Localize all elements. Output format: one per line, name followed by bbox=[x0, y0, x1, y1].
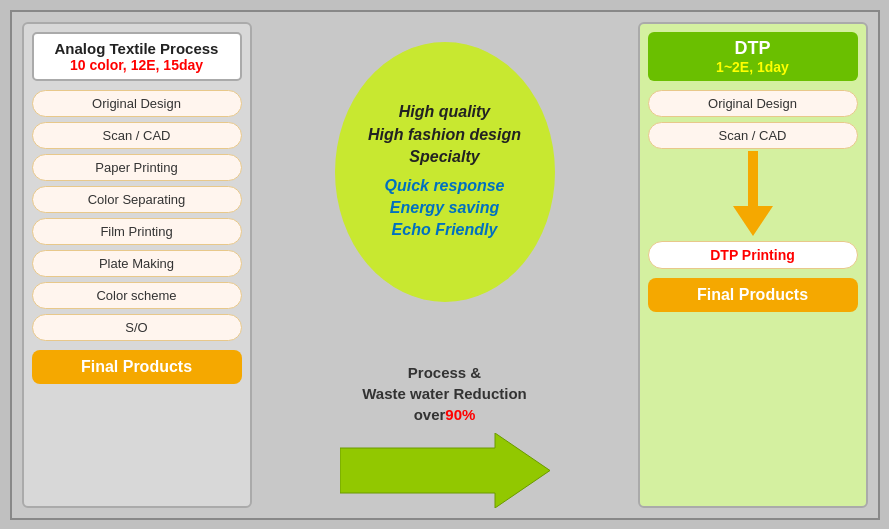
benefit-text-blue: Quick response Energy saving Echo Friend… bbox=[384, 175, 504, 242]
left-final-products: Final Products bbox=[32, 350, 242, 384]
benefits-ellipse: High quality High fashion design Special… bbox=[335, 42, 555, 302]
right-title-sub: 1~2E, 1day bbox=[658, 59, 848, 75]
right-title-box: DTP 1~2E, 1day bbox=[648, 32, 858, 81]
left-title-box: Analog Textile Process 10 color, 12E, 15… bbox=[32, 32, 242, 81]
svg-marker-2 bbox=[733, 206, 773, 236]
bottom-section: Process & Waste water Reduction over90% bbox=[264, 362, 626, 508]
step-color-separating: Color Separating bbox=[32, 186, 242, 213]
right-panel: DTP 1~2E, 1day Original Design Scan / CA… bbox=[638, 22, 868, 508]
step-original-design: Original Design bbox=[32, 90, 242, 117]
right-original-design: Original Design bbox=[648, 90, 858, 117]
step-color-scheme: Color scheme bbox=[32, 282, 242, 309]
step-paper-printing: Paper Printing bbox=[32, 154, 242, 181]
right-title-main: DTP bbox=[658, 38, 848, 59]
process-text: Process & Waste water Reduction over90% bbox=[362, 362, 526, 425]
main-container: Analog Textile Process 10 color, 12E, 15… bbox=[10, 10, 880, 520]
right-scan-cad: Scan / CAD bbox=[648, 122, 858, 149]
middle-panel: High quality High fashion design Special… bbox=[260, 22, 630, 508]
left-title-sub: 10 color, 12E, 15day bbox=[44, 57, 230, 73]
orange-arrow-down bbox=[648, 154, 858, 234]
step-so: S/O bbox=[32, 314, 242, 341]
svg-rect-1 bbox=[748, 151, 758, 206]
ellipse-container: High quality High fashion design Special… bbox=[335, 42, 555, 302]
left-panel: Analog Textile Process 10 color, 12E, 15… bbox=[22, 22, 252, 508]
svg-marker-0 bbox=[340, 433, 550, 508]
right-final-products: Final Products bbox=[648, 278, 858, 312]
step-scan-cad: Scan / CAD bbox=[32, 122, 242, 149]
percent-text: 90% bbox=[445, 406, 475, 423]
step-film-printing: Film Printing bbox=[32, 218, 242, 245]
step-plate-making: Plate Making bbox=[32, 250, 242, 277]
left-title-main: Analog Textile Process bbox=[44, 40, 230, 57]
green-arrow bbox=[340, 433, 550, 508]
benefit-text-black: High quality High fashion design Special… bbox=[368, 101, 521, 168]
dtp-printing-box: DTP Printing bbox=[648, 241, 858, 269]
